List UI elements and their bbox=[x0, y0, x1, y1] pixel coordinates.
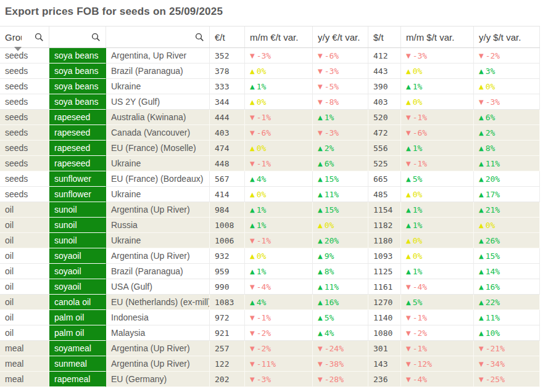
cell-group[interactable]: seeds bbox=[0, 141, 49, 156]
cell-mm-usd-var[interactable]: ▲1% bbox=[401, 202, 474, 218]
cell-mm-usd-var[interactable]: ▲0% bbox=[401, 94, 474, 110]
cell-yy-eur-var[interactable]: ▼-5% bbox=[313, 79, 368, 94]
cell-yy-eur-var[interactable]: ▲4% bbox=[313, 325, 368, 341]
sort-descending-icon[interactable] bbox=[14, 47, 22, 51]
col-header-location[interactable] bbox=[106, 27, 210, 47]
cell-yy-eur-var[interactable]: ▲9% bbox=[313, 248, 368, 264]
col-header-usd-per-t[interactable]: $/t bbox=[368, 27, 401, 47]
cell-location[interactable]: EU (Germany) bbox=[106, 372, 210, 387]
cell-product[interactable]: sunoil bbox=[49, 233, 106, 248]
cell-product[interactable]: rapeseed bbox=[49, 110, 106, 125]
cell-eur-price[interactable]: 414 bbox=[210, 187, 245, 202]
cell-usd-price[interactable]: 390 bbox=[368, 79, 401, 94]
cell-eur-price[interactable]: 444 bbox=[210, 110, 245, 125]
table-row[interactable]: seedssoya beansUS 2Y (Gulf)344▲0%▼-8%403… bbox=[0, 94, 540, 110]
table-row[interactable]: seedssoya beansBrazil (Paranagua)378▲0%▼… bbox=[0, 63, 540, 79]
cell-usd-price[interactable]: 556 bbox=[368, 141, 401, 156]
cell-mm-usd-var[interactable]: ▼-1% bbox=[401, 310, 474, 325]
cell-eur-price[interactable]: 1008 bbox=[210, 218, 245, 233]
cell-group[interactable]: seeds bbox=[0, 187, 49, 202]
cell-mm-eur-var[interactable]: ▼-1% bbox=[245, 310, 313, 325]
cell-mm-eur-var[interactable]: ▼-1% bbox=[245, 233, 313, 248]
cell-mm-usd-var[interactable]: ▼-2% bbox=[401, 325, 474, 341]
cell-product[interactable]: sunmeal bbox=[49, 356, 106, 372]
cell-location[interactable]: EU (France) (Bordeaux) bbox=[106, 171, 210, 187]
cell-product[interactable]: sunflower bbox=[49, 171, 106, 187]
cell-product[interactable]: rapeseed bbox=[49, 156, 106, 171]
cell-yy-usd-var[interactable]: ▼-2% bbox=[474, 48, 540, 63]
cell-product[interactable]: palm oil bbox=[49, 325, 106, 341]
col-header-yy-eur-var[interactable]: y/y €/t var. bbox=[313, 27, 368, 47]
cell-group[interactable]: seeds bbox=[0, 63, 49, 79]
col-header-eur-per-t[interactable]: €/t bbox=[210, 27, 245, 47]
cell-eur-price[interactable]: 122 bbox=[210, 356, 245, 372]
col-header-mm-usd-var[interactable]: m/m $/t var. bbox=[401, 27, 474, 47]
cell-location[interactable]: Ukraine bbox=[106, 233, 210, 248]
cell-yy-eur-var[interactable]: ▲5% bbox=[313, 310, 368, 325]
cell-mm-usd-var[interactable]: ▲1% bbox=[401, 141, 474, 156]
cell-product[interactable]: sunoil bbox=[49, 218, 106, 233]
cell-mm-eur-var[interactable]: ▲4% bbox=[245, 171, 313, 187]
table-row[interactable]: oilsoyaoilUSA (Gulf)990▼-4%▲11%1161▼-4%▲… bbox=[0, 279, 540, 295]
cell-product[interactable]: soyaoil bbox=[49, 264, 106, 279]
cell-product[interactable]: rapemeal bbox=[49, 372, 106, 387]
cell-yy-eur-var[interactable]: ▲16% bbox=[313, 295, 368, 310]
cell-group[interactable]: meal bbox=[0, 341, 49, 356]
table-row[interactable]: seedsrapeseedUkraine448▼-1%▲6%525▼-1%▲11… bbox=[0, 156, 540, 171]
cell-usd-price[interactable]: 520 bbox=[368, 110, 401, 125]
cell-yy-usd-var[interactable]: ▲17% bbox=[474, 187, 540, 202]
cell-yy-eur-var[interactable]: ▼-38% bbox=[313, 356, 368, 372]
cell-usd-price[interactable]: 472 bbox=[368, 125, 401, 141]
table-row[interactable]: oilsoyaoilBrazil (Paranagua)959▲1%▲8%112… bbox=[0, 264, 540, 279]
table-row[interactable]: mealrapemealEU (Germany)202▼-3%▼-28%236▼… bbox=[0, 372, 540, 387]
cell-mm-eur-var[interactable]: ▼-2% bbox=[245, 325, 313, 341]
cell-product[interactable]: rapeseed bbox=[49, 141, 106, 156]
cell-group[interactable]: seeds bbox=[0, 125, 49, 141]
cell-eur-price[interactable]: 202 bbox=[210, 372, 245, 387]
cell-group[interactable]: seeds bbox=[0, 110, 49, 125]
cell-location[interactable]: US 2Y (Gulf) bbox=[106, 94, 210, 110]
cell-yy-eur-var[interactable]: ▼-28% bbox=[313, 372, 368, 387]
cell-mm-usd-var[interactable]: ▲0% bbox=[401, 63, 474, 79]
cell-yy-usd-var[interactable]: ▼-25% bbox=[474, 372, 540, 387]
cell-mm-usd-var[interactable]: ▼-3% bbox=[401, 48, 474, 63]
cell-group[interactable]: oil bbox=[0, 325, 49, 341]
cell-mm-eur-var[interactable]: ▲1% bbox=[245, 218, 313, 233]
cell-product[interactable]: soya beans bbox=[49, 63, 106, 79]
cell-product[interactable]: soyameal bbox=[49, 341, 106, 356]
cell-eur-price[interactable]: 352 bbox=[210, 48, 245, 63]
cell-mm-usd-var[interactable]: ▲5% bbox=[401, 171, 474, 187]
cell-mm-usd-var[interactable]: ▼-6% bbox=[401, 125, 474, 141]
table-row[interactable]: seedssunflowerEU (France) (Bordeaux)567▲… bbox=[0, 171, 540, 187]
table-row[interactable]: oilpalm oilMalaysia921▼-2%▲4%1080▼-2%▲10… bbox=[0, 325, 540, 341]
cell-yy-eur-var[interactable]: ▲2% bbox=[313, 141, 368, 156]
cell-yy-eur-var[interactable]: ▼-3% bbox=[313, 125, 368, 141]
cell-mm-eur-var[interactable]: ▼-11% bbox=[245, 356, 313, 372]
cell-mm-usd-var[interactable]: ▲0% bbox=[401, 248, 474, 264]
cell-location[interactable]: EU (France) (Moselle) bbox=[106, 141, 210, 156]
cell-mm-usd-var[interactable]: ▼-12% bbox=[401, 356, 474, 372]
search-icon[interactable] bbox=[35, 33, 44, 42]
cell-yy-usd-var[interactable]: ▲22% bbox=[474, 295, 540, 310]
cell-usd-price[interactable]: 1161 bbox=[368, 279, 401, 295]
cell-product[interactable]: soya beans bbox=[49, 48, 106, 63]
cell-eur-price[interactable]: 932 bbox=[210, 248, 245, 264]
cell-location[interactable]: Australia (Kwinana) bbox=[106, 110, 210, 125]
cell-yy-usd-var[interactable]: ▲20% bbox=[474, 171, 540, 187]
cell-usd-price[interactable]: 665 bbox=[368, 171, 401, 187]
cell-eur-price[interactable]: 921 bbox=[210, 325, 245, 341]
table-row[interactable]: oilsunoilArgentina (Up River)984▲1%▲15%1… bbox=[0, 202, 540, 218]
cell-yy-eur-var[interactable]: ▼-24% bbox=[313, 341, 368, 356]
cell-mm-usd-var[interactable]: ▲0% bbox=[401, 187, 474, 202]
cell-mm-eur-var[interactable]: ▲1% bbox=[245, 202, 313, 218]
cell-mm-eur-var[interactable]: ▼-2% bbox=[245, 341, 313, 356]
cell-yy-usd-var[interactable]: ▲0% bbox=[474, 218, 540, 233]
cell-group[interactable]: oil bbox=[0, 202, 49, 218]
cell-yy-usd-var[interactable]: ▲26% bbox=[474, 233, 540, 248]
cell-usd-price[interactable]: 1270 bbox=[368, 295, 401, 310]
cell-usd-price[interactable]: 1125 bbox=[368, 264, 401, 279]
cell-location[interactable]: Canada (Vancouver) bbox=[106, 125, 210, 141]
table-row[interactable]: seedssunflowerUkraine414▲0%▲11%485▲0%▲17… bbox=[0, 187, 540, 202]
cell-location[interactable]: Argentina, Up River bbox=[106, 48, 210, 63]
cell-mm-eur-var[interactable]: ▲0% bbox=[245, 248, 313, 264]
